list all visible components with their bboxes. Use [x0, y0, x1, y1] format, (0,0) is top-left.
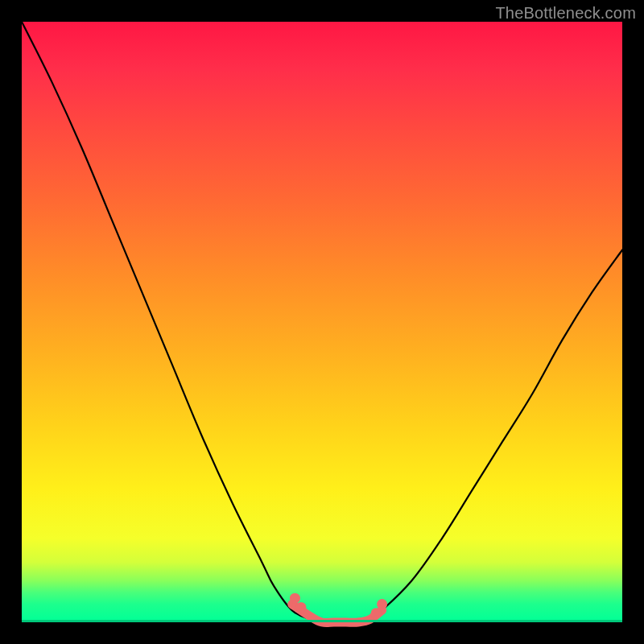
- highlight-dot: [290, 593, 300, 604]
- curve-layer: [22, 22, 622, 622]
- bottleneck-curve: [22, 22, 622, 622]
- plot-area: [22, 22, 622, 622]
- highlight-dot: [377, 599, 387, 609]
- highlight-dot: [371, 608, 382, 618]
- chart-frame: TheBottleneck.com: [0, 0, 644, 644]
- watermark-text: TheBottleneck.com: [495, 4, 636, 23]
- highlight-dot: [295, 602, 306, 613]
